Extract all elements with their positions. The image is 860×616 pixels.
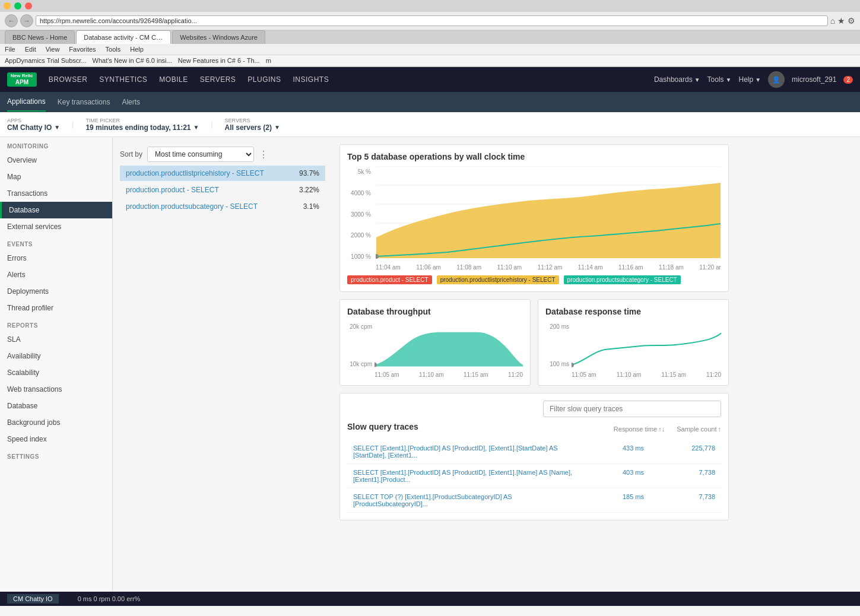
sidebar-item-sla[interactable]: SLA	[0, 331, 112, 348]
sidebar-item-overview[interactable]: Overview	[0, 152, 112, 169]
notification-badge[interactable]: 2	[843, 76, 853, 84]
menu-help[interactable]: Help	[130, 46, 144, 53]
db-item-pct-0: 93.7%	[299, 169, 319, 177]
throughput-x-1: 11:10 am	[419, 371, 444, 378]
x-tick-6: 11:16 am	[618, 264, 643, 271]
nav-synthetics[interactable]: SYNTHETICS	[99, 73, 147, 86]
col-response-label[interactable]: Response time ↑↓	[614, 426, 665, 433]
status-bar: CM Chatty IO 0 ms 0 rpm 0.00 err%	[0, 592, 860, 606]
sidebar-item-external-services[interactable]: External services	[0, 218, 112, 235]
bookmark-csharp1[interactable]: What's New in C# 6.0 insi...	[93, 57, 172, 64]
menu-file[interactable]: File	[5, 46, 15, 53]
filter-slow-query-input[interactable]	[543, 401, 721, 417]
menu-view[interactable]: View	[46, 46, 60, 53]
bookmark-csharp2[interactable]: New Features in C# 6 - Th...	[178, 57, 260, 64]
slow-query-row-2[interactable]: SELECT TOP (?) [Extent1].[ProductSubcate…	[347, 488, 721, 513]
subnav-alerts[interactable]: Alerts	[122, 93, 140, 111]
response-x-2: 11:15 am	[661, 371, 686, 378]
subnav-key-transactions[interactable]: Key transactions	[58, 93, 110, 111]
sidebar-item-web-transactions[interactable]: Web transactions	[0, 381, 112, 398]
slow-query-row-0[interactable]: SELECT [Extent1].[ProductID] AS [Product…	[347, 440, 721, 464]
sidebar-item-background-jobs[interactable]: Background jobs	[0, 414, 112, 431]
right-panel: Top 5 database operations by wall clock …	[332, 137, 736, 592]
sub-nav: Applications Key transactions Alerts	[0, 92, 860, 112]
servers-value: All servers (2) ▼	[225, 123, 280, 132]
nav-insights[interactable]: INSIGHTS	[293, 73, 329, 86]
sidebar-item-database[interactable]: Database	[0, 202, 112, 218]
legend-productsubcategory[interactable]: production.productsubcategory - SELECT	[564, 275, 681, 284]
response-chart: Database response time 200 ms 100 ms	[538, 299, 729, 386]
db-item-0[interactable]: production.productlistpricehistory - SEL…	[120, 166, 325, 181]
nav-dashboards[interactable]: Dashboards ▼	[654, 75, 700, 84]
db-item-1[interactable]: production.product - SELECT 3.22%	[120, 182, 325, 198]
db-item-2[interactable]: production.productsubcategory - SELECT 3…	[120, 199, 325, 214]
servers-selector[interactable]: SERVERS All servers (2) ▼	[225, 118, 280, 132]
sidebar-item-errors[interactable]: Errors	[0, 250, 112, 266]
nav-mobile[interactable]: MOBILE	[159, 73, 188, 86]
query-text-1: SELECT [Extent1].[ProductID] AS [Product…	[353, 469, 573, 483]
sort-select[interactable]: Most time consuming Slowest average time…	[147, 147, 254, 162]
sidebar-item-scalability[interactable]: Scalability	[0, 364, 112, 381]
menu-edit[interactable]: Edit	[25, 46, 36, 53]
sidebar-item-thread-profiler[interactable]: Thread profiler	[0, 300, 112, 316]
tab-azure[interactable]: Websites - Windows Azure	[172, 30, 265, 44]
maximize-button[interactable]	[14, 2, 21, 9]
x-tick-2: 11:08 am	[456, 264, 481, 271]
slow-query-row-1[interactable]: SELECT [Extent1].[ProductID] AS [Product…	[347, 464, 721, 488]
apm-logo: New Relic APM	[7, 72, 37, 87]
forward-button[interactable]: →	[20, 14, 33, 27]
sidebar: MONITORING Overview Map Transactions Dat…	[0, 137, 113, 592]
nav-plugins[interactable]: PLUGINS	[247, 73, 281, 86]
apps-value: CM Chatty IO ▼	[7, 123, 60, 132]
context-bar: APPS CM Chatty IO ▼ | TIME PICKER 19 min…	[0, 112, 860, 137]
sidebar-item-availability[interactable]: Availability	[0, 348, 112, 364]
minimize-button[interactable]	[4, 2, 11, 9]
nav-browser[interactable]: BROWSER	[49, 73, 88, 86]
sidebar-item-alerts[interactable]: Alerts	[0, 266, 112, 283]
db-item-pct-1: 3.22%	[299, 186, 319, 194]
legend-productlistpricehistory[interactable]: production.productlistpricehistory - SEL…	[437, 275, 559, 284]
time-value: 19 minutes ending today, 11:21 ▼	[85, 123, 199, 132]
nav-help[interactable]: Help ▼	[738, 75, 761, 84]
context-divider-1: |	[72, 120, 74, 129]
sidebar-item-database-report[interactable]: Database	[0, 398, 112, 414]
slow-query-card: Slow query traces Response time ↑↓ Sampl…	[339, 393, 729, 520]
db-item-pct-2: 3.1%	[303, 202, 319, 211]
apps-label: APPS	[7, 118, 60, 123]
bookmark-appdynamics[interactable]: AppDynamics Trial Subscr...	[5, 57, 87, 64]
subnav-applications[interactable]: Applications	[7, 93, 46, 112]
apps-selector[interactable]: APPS CM Chatty IO ▼	[7, 118, 60, 132]
menu-favorites[interactable]: Favorites	[69, 46, 96, 53]
throughput-x-2: 11:15 am	[464, 371, 488, 378]
nav-servers[interactable]: SERVERS	[200, 73, 236, 86]
top5-chart-card: Top 5 database operations by wall clock …	[339, 144, 729, 292]
time-label: TIME PICKER	[85, 118, 199, 123]
tab-database[interactable]: Database activity - CM Chat...	[76, 30, 171, 44]
sidebar-item-deployments[interactable]: Deployments	[0, 283, 112, 300]
throughput-svg	[375, 321, 523, 369]
browser-icons: ⌂ ★ ⚙	[830, 16, 855, 26]
sidebar-item-transactions[interactable]: Transactions	[0, 185, 112, 202]
sidebar-item-map[interactable]: Map	[0, 169, 112, 185]
sort-icon[interactable]: ⋮	[259, 149, 268, 160]
address-bar[interactable]: https://rpm.newrelic.com/accounts/926498…	[36, 15, 828, 26]
tab-bbc[interactable]: BBC News - Home	[5, 30, 75, 44]
top-nav: New Relic APM BROWSER SYNTHETICS MOBILE …	[0, 67, 860, 92]
query-response-0: 433 ms	[573, 444, 644, 459]
status-app[interactable]: CM Chatty IO	[7, 594, 59, 604]
close-button[interactable]	[25, 2, 32, 9]
username[interactable]: microsoft_291	[792, 75, 836, 84]
top-nav-items: BROWSER SYNTHETICS MOBILE SERVERS PLUGIN…	[49, 73, 654, 86]
x-tick-7: 11:18 am	[659, 264, 684, 271]
back-button[interactable]: ←	[5, 14, 18, 27]
sidebar-item-speed-index[interactable]: Speed index	[0, 431, 112, 447]
x-tick-1: 11:06 am	[416, 264, 441, 271]
query-count-2: 7,738	[644, 493, 715, 507]
legend-product[interactable]: production.product - SELECT	[347, 275, 432, 284]
menu-tools[interactable]: Tools	[106, 46, 121, 53]
col-sample-label[interactable]: Sample count ↑	[677, 426, 721, 433]
nav-tools[interactable]: Tools ▼	[707, 75, 732, 84]
bookmark-m[interactable]: m	[266, 57, 271, 64]
time-selector[interactable]: TIME PICKER 19 minutes ending today, 11:…	[85, 118, 199, 132]
x-tick-0: 11:04 am	[376, 264, 401, 271]
